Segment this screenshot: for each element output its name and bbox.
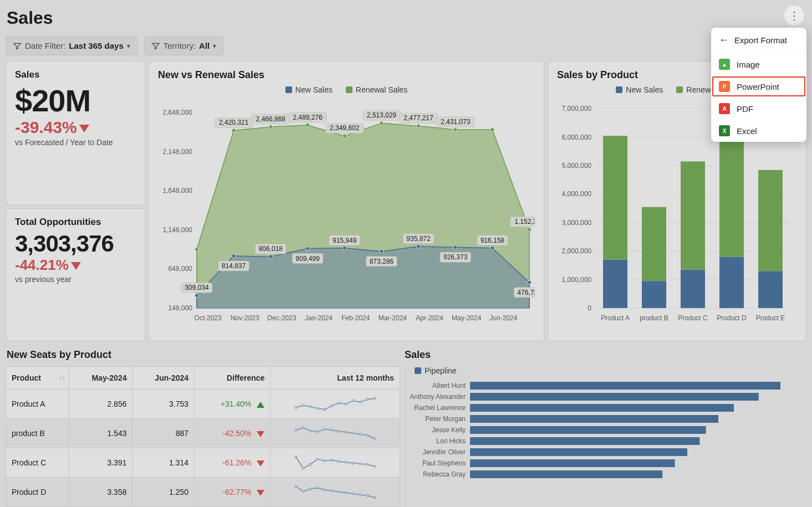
seats-col-header[interactable]: Jun-2024↑↓ <box>132 367 195 390</box>
svg-point-144 <box>330 490 333 492</box>
svg-point-107 <box>323 408 325 411</box>
down-arrow-icon <box>79 125 89 132</box>
svg-rect-152 <box>470 382 780 390</box>
svg-point-122 <box>345 431 347 433</box>
svg-point-110 <box>345 403 347 405</box>
svg-point-56 <box>380 249 384 253</box>
export-option-pdf[interactable]: APDF <box>711 98 806 120</box>
down-arrow-icon <box>71 262 81 270</box>
seats-col-header[interactable]: Difference↑↓ <box>195 367 270 390</box>
svg-point-128 <box>302 467 304 469</box>
svg-rect-89 <box>603 136 627 260</box>
svg-text:Apr-2024: Apr-2024 <box>416 314 443 322</box>
svg-text:2,420,321: 2,420,321 <box>219 119 249 126</box>
svg-text:1,152,324: 1,152,324 <box>514 218 535 226</box>
seats-title: New Seats by Product <box>7 349 400 361</box>
svg-rect-97 <box>719 257 744 309</box>
svg-point-105 <box>309 406 311 408</box>
svg-text:648,000: 648,000 <box>168 265 193 273</box>
svg-text:Jennifer Oliver: Jennifer Oliver <box>423 448 466 456</box>
svg-text:0: 0 <box>588 304 591 312</box>
svg-text:Rachel Lawrence: Rachel Lawrence <box>414 404 466 412</box>
svg-point-114 <box>374 397 376 400</box>
more-menu-button[interactable] <box>784 6 804 25</box>
svg-point-38 <box>528 228 532 232</box>
svg-rect-95 <box>681 161 705 269</box>
table-row[interactable]: Product D3.3581.250-62.77% <box>6 478 400 507</box>
svg-point-111 <box>352 400 354 402</box>
date-filter-value: Last 365 days <box>69 41 123 50</box>
svg-text:product B: product B <box>640 314 668 322</box>
svg-text:Lori Hicks: Lori Hicks <box>436 437 466 445</box>
svg-text:2,648,000: 2,648,000 <box>163 109 193 116</box>
svg-point-37 <box>491 127 494 131</box>
seats-col-header[interactable]: Product↑↓ <box>6 367 69 390</box>
svg-point-120 <box>330 429 333 431</box>
svg-point-131 <box>323 460 325 462</box>
table-row[interactable]: Product C3.3911.314-61.26% <box>6 448 400 478</box>
svg-point-117 <box>309 430 311 432</box>
chevron-down-icon: ▾ <box>213 42 216 50</box>
svg-point-133 <box>338 460 340 463</box>
date-filter-label: Date Filter: <box>25 41 65 50</box>
table-row[interactable]: Product A2.8563.753+31.40% <box>6 390 400 419</box>
svg-text:309,034: 309,034 <box>185 284 209 291</box>
svg-point-145 <box>338 491 340 493</box>
svg-point-126 <box>374 438 376 440</box>
svg-rect-158 <box>470 415 718 423</box>
kpi-sales-card: Sales $20M -39.43% vs Forecasted / Year … <box>6 61 145 205</box>
svg-text:Anthony Alexander: Anthony Alexander <box>410 393 466 401</box>
svg-point-50 <box>306 247 310 250</box>
xls-file-icon: X <box>719 125 730 136</box>
export-option-img[interactable]: ▲Image <box>711 53 806 75</box>
svg-text:Product E: Product E <box>756 314 785 322</box>
svg-point-103 <box>295 407 297 409</box>
export-header: Export Format <box>734 35 787 45</box>
svg-point-41 <box>195 294 199 298</box>
svg-rect-100 <box>758 271 783 308</box>
svg-point-146 <box>345 491 347 494</box>
svg-text:2,477,217: 2,477,217 <box>404 114 433 122</box>
svg-text:2,148,000: 2,148,000 <box>163 148 193 156</box>
export-option-xls[interactable]: XExcel <box>711 120 806 142</box>
date-filter[interactable]: Date Filter: Last 365 days ▾ <box>6 36 137 55</box>
svg-point-150 <box>374 496 376 499</box>
pipeline-chart[interactable]: Albert HuntAnthony AlexanderRachel Lawre… <box>404 378 797 495</box>
export-option-ppt[interactable]: PPowerPoint <box>711 75 806 98</box>
svg-point-113 <box>366 398 369 401</box>
svg-point-119 <box>323 428 325 430</box>
seats-col-header[interactable]: Last 12 months <box>270 367 400 390</box>
svg-text:Jun-2024: Jun-2024 <box>489 314 517 322</box>
svg-point-116 <box>302 427 304 429</box>
svg-rect-160 <box>470 426 706 434</box>
svg-text:806,018: 806,018 <box>259 245 283 253</box>
svg-text:2,489,276: 2,489,276 <box>293 114 323 121</box>
funnel-icon <box>13 42 22 50</box>
svg-text:Product A: Product A <box>601 314 630 322</box>
svg-text:Product C: Product C <box>678 314 708 322</box>
svg-text:476,729: 476,729 <box>517 289 535 296</box>
svg-text:2,513,029: 2,513,029 <box>367 111 397 119</box>
chevron-down-icon: ▾ <box>127 42 130 50</box>
territory-filter[interactable]: Territory: All ▾ <box>144 36 224 55</box>
svg-point-130 <box>316 458 318 460</box>
svg-point-136 <box>359 463 361 465</box>
svg-text:Rebecca Gray: Rebecca Gray <box>423 470 466 478</box>
territory-filter-label: Territory: <box>164 41 196 50</box>
back-arrow-icon[interactable]: ← <box>719 34 729 46</box>
table-row[interactable]: product B1.543887-42.50% <box>6 419 400 448</box>
svg-point-109 <box>338 402 340 404</box>
svg-point-134 <box>345 461 347 463</box>
kpi-opps-card: Total Opportunities 3,303,376 -44.21% vs… <box>6 208 145 341</box>
seats-col-header[interactable]: May-2024↑↓ <box>69 367 132 390</box>
kpi-sales-title: Sales <box>15 69 136 80</box>
svg-text:Jesse Kelly: Jesse Kelly <box>432 426 466 434</box>
svg-text:Albert Hunt: Albert Hunt <box>432 382 466 390</box>
new-vs-renewal-chart[interactable]: 148,000648,0001,148,0001,648,0002,148,00… <box>158 98 535 330</box>
svg-text:1,148,000: 1,148,000 <box>163 226 193 234</box>
svg-text:1,648,000: 1,648,000 <box>163 187 193 194</box>
svg-text:5,000,000: 5,000,000 <box>562 162 592 170</box>
svg-text:Peter Morgan: Peter Morgan <box>425 415 466 423</box>
svg-text:2,431,073: 2,431,073 <box>441 118 471 126</box>
svg-text:Product D: Product D <box>717 314 747 322</box>
